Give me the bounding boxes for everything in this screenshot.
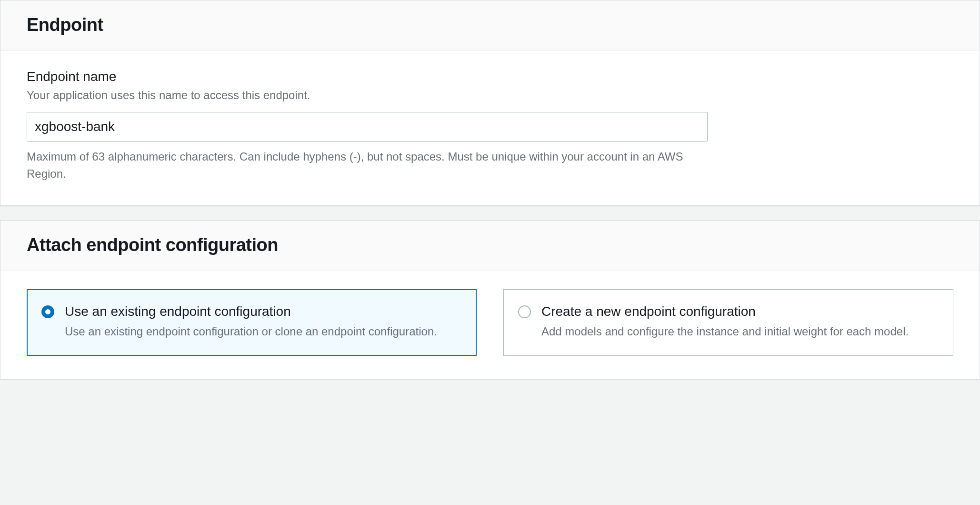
option-new-tile[interactable]: Create a new endpoint configuration Add … [503,289,953,356]
endpoint-name-constraint: Maximum of 63 alphanumeric characters. C… [27,148,708,182]
option-new-title: Create a new endpoint configuration [541,303,939,320]
endpoint-name-hint: Your application uses this name to acces… [27,87,953,103]
radio-unselected-icon [518,305,531,318]
option-existing-content: Use an existing endpoint configuration U… [65,303,462,340]
option-existing-tile[interactable]: Use an existing endpoint configuration U… [27,289,477,356]
attach-config-panel-body: Use an existing endpoint configuration U… [0,271,980,379]
endpoint-name-label: Endpoint name [27,69,953,84]
endpoint-panel-body: Endpoint name Your application uses this… [0,51,980,205]
radio-selected-icon [41,305,54,318]
option-new-content: Create a new endpoint configuration Add … [541,303,939,340]
attach-config-panel: Attach endpoint configuration Use an exi… [0,220,980,379]
endpoint-panel: Endpoint Endpoint name Your application … [0,0,980,206]
option-existing-description: Use an existing endpoint configuration o… [65,323,462,340]
option-new-description: Add models and configure the instance an… [541,323,939,340]
attach-config-panel-title: Attach endpoint configuration [27,235,953,255]
config-option-tiles: Use an existing endpoint configuration U… [27,289,953,356]
attach-config-panel-header: Attach endpoint configuration [0,221,980,271]
endpoint-name-input[interactable] [27,112,708,141]
endpoint-panel-header: Endpoint [0,0,980,51]
endpoint-panel-title: Endpoint [27,15,953,35]
option-existing-title: Use an existing endpoint configuration [65,303,462,320]
